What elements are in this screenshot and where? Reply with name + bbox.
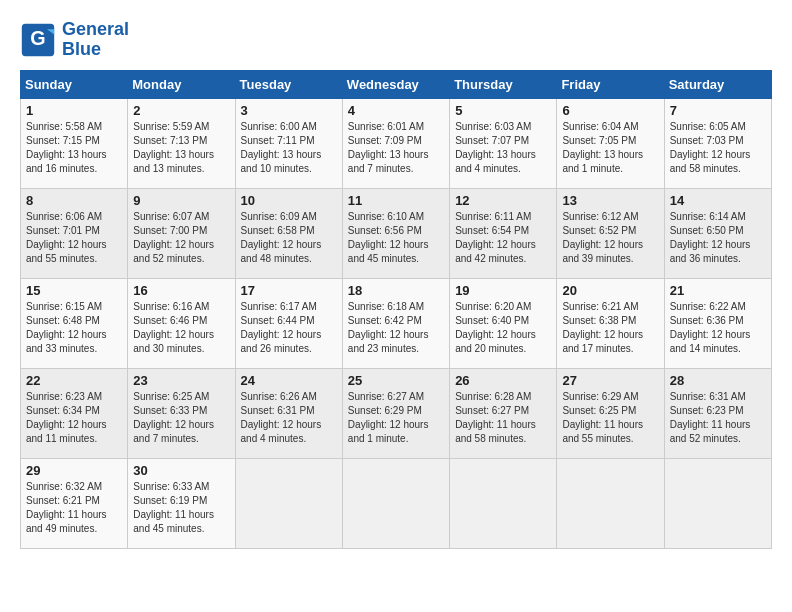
calendar-day-cell: 16 Sunrise: 6:16 AMSunset: 6:46 PMDaylig… xyxy=(128,278,235,368)
day-number: 16 xyxy=(133,283,229,298)
day-detail: Sunrise: 6:33 AMSunset: 6:19 PMDaylight:… xyxy=(133,480,229,536)
day-of-week-header: Friday xyxy=(557,70,664,98)
calendar-week-row: 1 Sunrise: 5:58 AMSunset: 7:15 PMDayligh… xyxy=(21,98,772,188)
day-number: 20 xyxy=(562,283,658,298)
day-number: 14 xyxy=(670,193,766,208)
calendar-day-cell: 30 Sunrise: 6:33 AMSunset: 6:19 PMDaylig… xyxy=(128,458,235,548)
calendar-day-cell xyxy=(557,458,664,548)
calendar-day-cell xyxy=(235,458,342,548)
day-detail: Sunrise: 6:16 AMSunset: 6:46 PMDaylight:… xyxy=(133,300,229,356)
calendar-day-cell: 21 Sunrise: 6:22 AMSunset: 6:36 PMDaylig… xyxy=(664,278,771,368)
calendar-day-cell: 26 Sunrise: 6:28 AMSunset: 6:27 PMDaylig… xyxy=(450,368,557,458)
calendar-week-row: 15 Sunrise: 6:15 AMSunset: 6:48 PMDaylig… xyxy=(21,278,772,368)
calendar-day-cell: 23 Sunrise: 6:25 AMSunset: 6:33 PMDaylig… xyxy=(128,368,235,458)
calendar-day-cell xyxy=(450,458,557,548)
calendar-day-cell: 12 Sunrise: 6:11 AMSunset: 6:54 PMDaylig… xyxy=(450,188,557,278)
day-number: 24 xyxy=(241,373,337,388)
day-of-week-header: Sunday xyxy=(21,70,128,98)
day-detail: Sunrise: 6:29 AMSunset: 6:25 PMDaylight:… xyxy=(562,390,658,446)
day-detail: Sunrise: 6:22 AMSunset: 6:36 PMDaylight:… xyxy=(670,300,766,356)
calendar-day-cell: 27 Sunrise: 6:29 AMSunset: 6:25 PMDaylig… xyxy=(557,368,664,458)
calendar-day-cell: 5 Sunrise: 6:03 AMSunset: 7:07 PMDayligh… xyxy=(450,98,557,188)
day-detail: Sunrise: 6:06 AMSunset: 7:01 PMDaylight:… xyxy=(26,210,122,266)
day-number: 21 xyxy=(670,283,766,298)
calendar-day-cell: 6 Sunrise: 6:04 AMSunset: 7:05 PMDayligh… xyxy=(557,98,664,188)
calendar-day-cell xyxy=(664,458,771,548)
day-number: 3 xyxy=(241,103,337,118)
day-detail: Sunrise: 6:03 AMSunset: 7:07 PMDaylight:… xyxy=(455,120,551,176)
calendar-day-cell: 24 Sunrise: 6:26 AMSunset: 6:31 PMDaylig… xyxy=(235,368,342,458)
calendar-day-cell: 22 Sunrise: 6:23 AMSunset: 6:34 PMDaylig… xyxy=(21,368,128,458)
calendar-week-row: 22 Sunrise: 6:23 AMSunset: 6:34 PMDaylig… xyxy=(21,368,772,458)
day-detail: Sunrise: 6:05 AMSunset: 7:03 PMDaylight:… xyxy=(670,120,766,176)
day-detail: Sunrise: 6:31 AMSunset: 6:23 PMDaylight:… xyxy=(670,390,766,446)
day-number: 11 xyxy=(348,193,444,208)
calendar-day-cell: 19 Sunrise: 6:20 AMSunset: 6:40 PMDaylig… xyxy=(450,278,557,368)
calendar-day-cell: 1 Sunrise: 5:58 AMSunset: 7:15 PMDayligh… xyxy=(21,98,128,188)
day-number: 13 xyxy=(562,193,658,208)
day-detail: Sunrise: 6:28 AMSunset: 6:27 PMDaylight:… xyxy=(455,390,551,446)
day-number: 29 xyxy=(26,463,122,478)
day-number: 4 xyxy=(348,103,444,118)
day-of-week-header: Saturday xyxy=(664,70,771,98)
calendar-day-cell: 25 Sunrise: 6:27 AMSunset: 6:29 PMDaylig… xyxy=(342,368,449,458)
day-detail: Sunrise: 6:27 AMSunset: 6:29 PMDaylight:… xyxy=(348,390,444,446)
calendar-day-cell: 8 Sunrise: 6:06 AMSunset: 7:01 PMDayligh… xyxy=(21,188,128,278)
day-of-week-header: Tuesday xyxy=(235,70,342,98)
day-detail: Sunrise: 6:17 AMSunset: 6:44 PMDaylight:… xyxy=(241,300,337,356)
calendar-day-cell: 14 Sunrise: 6:14 AMSunset: 6:50 PMDaylig… xyxy=(664,188,771,278)
day-detail: Sunrise: 6:15 AMSunset: 6:48 PMDaylight:… xyxy=(26,300,122,356)
day-of-week-header: Monday xyxy=(128,70,235,98)
logo-text: GeneralBlue xyxy=(62,20,129,60)
day-detail: Sunrise: 6:09 AMSunset: 6:58 PMDaylight:… xyxy=(241,210,337,266)
day-number: 10 xyxy=(241,193,337,208)
calendar-day-cell: 2 Sunrise: 5:59 AMSunset: 7:13 PMDayligh… xyxy=(128,98,235,188)
day-detail: Sunrise: 6:20 AMSunset: 6:40 PMDaylight:… xyxy=(455,300,551,356)
calendar-week-row: 8 Sunrise: 6:06 AMSunset: 7:01 PMDayligh… xyxy=(21,188,772,278)
calendar-day-cell: 11 Sunrise: 6:10 AMSunset: 6:56 PMDaylig… xyxy=(342,188,449,278)
day-number: 23 xyxy=(133,373,229,388)
day-number: 27 xyxy=(562,373,658,388)
day-detail: Sunrise: 6:00 AMSunset: 7:11 PMDaylight:… xyxy=(241,120,337,176)
day-number: 15 xyxy=(26,283,122,298)
calendar-day-cell: 9 Sunrise: 6:07 AMSunset: 7:00 PMDayligh… xyxy=(128,188,235,278)
calendar-header: SundayMondayTuesdayWednesdayThursdayFrid… xyxy=(21,70,772,98)
day-detail: Sunrise: 6:07 AMSunset: 7:00 PMDaylight:… xyxy=(133,210,229,266)
day-detail: Sunrise: 6:04 AMSunset: 7:05 PMDaylight:… xyxy=(562,120,658,176)
logo: G GeneralBlue xyxy=(20,20,129,60)
calendar-day-cell: 4 Sunrise: 6:01 AMSunset: 7:09 PMDayligh… xyxy=(342,98,449,188)
day-of-week-header: Wednesday xyxy=(342,70,449,98)
day-detail: Sunrise: 6:18 AMSunset: 6:42 PMDaylight:… xyxy=(348,300,444,356)
svg-text:G: G xyxy=(30,27,45,49)
day-number: 2 xyxy=(133,103,229,118)
day-number: 19 xyxy=(455,283,551,298)
day-number: 9 xyxy=(133,193,229,208)
day-detail: Sunrise: 5:59 AMSunset: 7:13 PMDaylight:… xyxy=(133,120,229,176)
calendar-day-cell xyxy=(342,458,449,548)
day-detail: Sunrise: 6:14 AMSunset: 6:50 PMDaylight:… xyxy=(670,210,766,266)
page-header: G GeneralBlue xyxy=(20,20,772,60)
day-number: 17 xyxy=(241,283,337,298)
day-detail: Sunrise: 6:23 AMSunset: 6:34 PMDaylight:… xyxy=(26,390,122,446)
calendar-day-cell: 17 Sunrise: 6:17 AMSunset: 6:44 PMDaylig… xyxy=(235,278,342,368)
day-number: 28 xyxy=(670,373,766,388)
day-detail: Sunrise: 6:10 AMSunset: 6:56 PMDaylight:… xyxy=(348,210,444,266)
calendar-day-cell: 18 Sunrise: 6:18 AMSunset: 6:42 PMDaylig… xyxy=(342,278,449,368)
day-detail: Sunrise: 6:25 AMSunset: 6:33 PMDaylight:… xyxy=(133,390,229,446)
calendar-day-cell: 15 Sunrise: 6:15 AMSunset: 6:48 PMDaylig… xyxy=(21,278,128,368)
day-number: 8 xyxy=(26,193,122,208)
day-number: 12 xyxy=(455,193,551,208)
day-number: 1 xyxy=(26,103,122,118)
day-number: 25 xyxy=(348,373,444,388)
day-detail: Sunrise: 6:12 AMSunset: 6:52 PMDaylight:… xyxy=(562,210,658,266)
day-of-week-header: Thursday xyxy=(450,70,557,98)
day-number: 7 xyxy=(670,103,766,118)
day-number: 5 xyxy=(455,103,551,118)
calendar-table: SundayMondayTuesdayWednesdayThursdayFrid… xyxy=(20,70,772,549)
day-detail: Sunrise: 6:01 AMSunset: 7:09 PMDaylight:… xyxy=(348,120,444,176)
logo-icon: G xyxy=(20,22,56,58)
day-number: 6 xyxy=(562,103,658,118)
calendar-day-cell: 28 Sunrise: 6:31 AMSunset: 6:23 PMDaylig… xyxy=(664,368,771,458)
day-detail: Sunrise: 6:11 AMSunset: 6:54 PMDaylight:… xyxy=(455,210,551,266)
calendar-day-cell: 10 Sunrise: 6:09 AMSunset: 6:58 PMDaylig… xyxy=(235,188,342,278)
